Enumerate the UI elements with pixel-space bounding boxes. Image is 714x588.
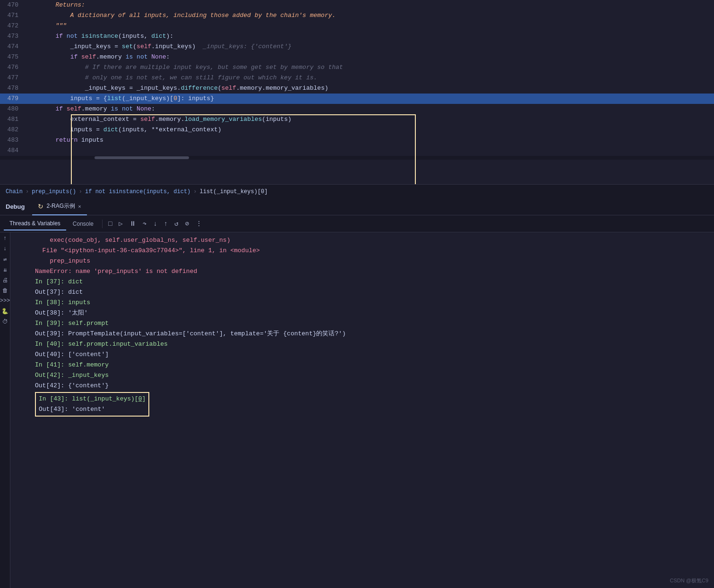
expand-button[interactable]: >>> [1,297,9,305]
delete-button[interactable]: 🗑 [1,286,9,295]
console-line-9: In [39]: self.prompt [35,318,710,329]
console-line-1: exec(code_obj, self.user_global_ns, self… [35,235,710,246]
code-line-479: 479 inputs = {list(_input_keys)[0]: inpu… [0,94,714,104]
clock-icon[interactable]: ⏱ [1,317,9,326]
code-line-482: 482 inputs = dict(inputs, **external_con… [0,125,714,135]
tab-threads-variables[interactable]: Threads & Variables [4,217,66,230]
yellow-box-console: In [43]: list(_input_keys)[0] Out[43]: '… [35,392,149,417]
step-over-icon: ↷ [143,220,146,228]
breadcrumb: Chain › prep_inputs() › if not isinstanc… [0,184,714,198]
code-editor: 470 Returns: 471 A dictionary of all inp… [0,0,714,184]
continue-button[interactable]: ▷ [116,218,125,230]
code-line-477: 477 # only one is not set, we can still … [0,73,714,83]
code-line-480: 480 if self.memory is not None: [0,104,714,114]
console-line-6: Out[37]: dict [35,287,710,298]
disconnect-icon: ⊘ [185,220,189,228]
code-line-476: 476 # If there are multiple input keys, … [0,62,714,73]
console-line-15: Out[42]: {'content'} [35,381,710,391]
disconnect-button[interactable]: ⊘ [182,218,191,230]
code-line-475: 475 if self.memory is not None: [0,52,714,62]
scroll-track[interactable] [0,156,714,160]
tab-console[interactable]: Console [67,218,99,230]
reload-icon: ↻ [38,203,43,210]
download-into-button[interactable]: ⇊ [1,265,9,274]
up-arrow-button[interactable]: ↑ [1,234,9,243]
console-line-7: In [38]: inputs [35,298,710,308]
console-line-2: File "<ipython-input-36-ca9a39c77044>", … [35,246,710,256]
debug-tab-name: 2-RAG示例 [46,202,75,210]
console-line-12: Out[40]: ['content'] [35,349,710,360]
threads-variables-label: Threads & Variables [9,220,60,227]
toolbar-separator [102,220,103,228]
console-line-5: In [37]: dict [35,277,710,287]
debug-tabs-bar: Debug ↻ 2-RAG示例 × [0,198,714,215]
stop-icon: □ [108,220,112,228]
console-line-16: In [43]: list(_input_keys)[0] [39,394,146,404]
code-line-481: 481 external_context = self.memory.load_… [0,114,714,125]
console-line-10: Out[39]: PromptTemplate(input_variables=… [35,329,710,339]
print-button[interactable]: 🖨 [1,276,9,284]
code-lines: 470 Returns: 471 A dictionary of all inp… [0,0,714,156]
code-line-478: 478 _input_keys = _input_keys.difference… [0,83,714,94]
restart-button[interactable]: ↺ [172,218,181,230]
console-line-8: Out[38]: '太阳' [35,308,710,318]
console-line-3: prep_inputs [35,256,710,266]
debug-tab-rag[interactable]: ↻ 2-RAG示例 × [32,198,86,215]
code-line-472: 472 """ [0,21,714,31]
tab-close-button[interactable]: × [78,204,81,209]
watermark: CSDN @极氪C9 [670,577,708,584]
down-arrow-button[interactable]: ↓ [1,245,9,253]
console-label: Console [73,221,94,227]
breadcrumb-item-isinstance[interactable]: if not isinstance(inputs, dict) [85,188,190,195]
step-into-icon: ↓ [153,220,157,228]
console-line-4: NameError: name 'prep_inputs' is not def… [35,266,710,277]
code-line-484: 484 [0,145,714,156]
console-line-17: Out[43]: 'content' [39,404,146,415]
more-button[interactable]: ⋮ [193,218,205,230]
console-line-14: Out[42]: _input_keys [35,370,710,381]
step-into-button[interactable]: ↓ [150,218,160,230]
console-line-13: In [41]: self.memory [35,360,710,370]
code-line-470: 470 Returns: [0,0,714,10]
left-sidebar: ↑ ↓ ⇌ ⇊ 🖨 🗑 >>> 🐍 ⏱ [0,232,10,588]
code-line-471: 471 A dictionary of all inputs, includin… [0,10,714,21]
breadcrumb-item-chain[interactable]: Chain [6,188,23,195]
debug-label: Debug [6,203,25,210]
step-over-button[interactable]: ↷ [140,218,149,230]
step-out-icon: ↑ [164,220,168,228]
breadcrumb-item-list[interactable]: list(_input_keys)[0] [200,188,268,195]
stop-button[interactable]: □ [105,218,115,230]
scroll-thumb[interactable] [95,156,189,159]
breadcrumb-item-prep[interactable]: prep_inputs() [32,188,76,195]
code-line-474: 474 _input_keys = set(self.input_keys) _… [0,42,714,52]
debug-toolbar: Threads & Variables Console □ ▷ ⏸ ↷ ↓ ↑ … [0,215,714,232]
console-output[interactable]: exec(code_obj, self.user_global_ns, self… [21,232,714,571]
code-line-473: 473 if not isinstance(inputs, dict): [0,31,714,42]
pause-button[interactable]: ⏸ [127,218,139,230]
more-icon: ⋮ [196,220,202,228]
settings-icon[interactable]: 🐍 [1,307,9,315]
step-out-button[interactable]: ↑ [161,218,171,230]
continue-icon: ▷ [119,220,122,228]
console-line-11: In [40]: self.prompt.input_variables [35,339,710,349]
code-line-483: 483 return inputs [0,135,714,145]
pause-icon: ⏸ [129,220,136,228]
restart-icon: ↺ [174,220,178,228]
filter-button[interactable]: ⇌ [1,255,9,264]
